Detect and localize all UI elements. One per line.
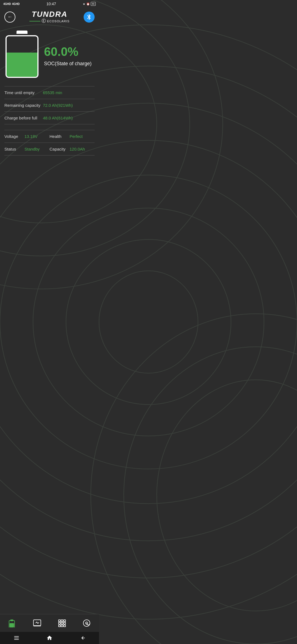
capacity-stat: Capacity 120.0Ah	[50, 147, 95, 151]
voltage-label: Voltage	[4, 134, 22, 139]
charge-before-full-value: 48.0 Ah(614Wh)	[43, 116, 73, 120]
health-label: Health	[50, 134, 67, 139]
status-stat: Status Standby	[4, 147, 50, 151]
time-display: 10:47	[46, 2, 56, 6]
logo-title: TUNDRA	[29, 10, 70, 19]
logo-sub-text: ECOSOLARIS	[47, 20, 70, 23]
bluetooth-button[interactable]	[84, 12, 95, 23]
battery-info: 60.0% SOC(State of charge)	[44, 45, 94, 66]
stats-grid: Voltage 13.18V Health Perfect Status Sta…	[0, 130, 99, 155]
remaining-capacity-row: Remaining capacity 72.0 Ah(921Wh)	[4, 99, 95, 111]
soc-percent: 60.0%	[44, 45, 94, 58]
remaining-capacity-label: Remaining capacity	[4, 103, 43, 108]
time-until-empty-row: Time until empty 65535 min	[4, 86, 95, 99]
voltage-value: 13.18V	[24, 134, 38, 139]
health-stat: Health Perfect	[50, 134, 95, 139]
logo: TUNDRA Ⓔ ECOSOLARIS	[29, 10, 70, 24]
remaining-capacity-value: 72.0 Ah(921Wh)	[43, 103, 73, 108]
app-header: TUNDRA Ⓔ ECOSOLARIS	[0, 8, 99, 28]
signal-2: 4GHD	[12, 2, 20, 6]
time-until-empty-value: 65535 min	[43, 90, 62, 95]
alarm-icon: ⏰	[86, 2, 90, 6]
logo-subtitle: Ⓔ ECOSOLARIS	[29, 18, 70, 24]
bluetooth-status-icon: ★	[83, 2, 85, 6]
charge-before-full-row: Charge before full 48.0 Ah(614Wh)	[4, 111, 95, 124]
battery-icon	[6, 34, 38, 78]
time-until-empty-label: Time until empty	[4, 90, 43, 95]
status-bar: 4GHD 4GHD 10:47 ★ ⏰ 86	[0, 0, 99, 8]
bluetooth-icon	[86, 14, 92, 20]
soc-label: SOC(State of charge)	[44, 61, 94, 67]
logo-line	[29, 21, 40, 21]
status-icons: ★ ⏰ 86	[83, 2, 96, 6]
battery-outer	[6, 35, 38, 78]
battery-fill	[7, 53, 37, 77]
voltage-health-row: Voltage 13.18V Health Perfect	[4, 130, 95, 143]
logo-icon: Ⓔ	[42, 18, 46, 24]
battery-terminal	[16, 31, 28, 34]
battery-indicator: 86	[91, 2, 96, 6]
voltage-stat: Voltage 13.18V	[4, 134, 50, 139]
status-value: Standby	[24, 147, 40, 151]
capacity-value: 120.0Ah	[70, 147, 85, 151]
back-button[interactable]	[4, 12, 15, 23]
signal-1: 4GHD	[3, 2, 11, 6]
battery-section: 60.0% SOC(State of charge)	[0, 28, 99, 86]
charge-before-full-label: Charge before full	[4, 116, 43, 120]
status-capacity-row: Status Standby Capacity 120.0Ah	[4, 143, 95, 155]
status-label: Status	[4, 147, 22, 151]
capacity-label: Capacity	[50, 147, 67, 151]
signal-indicators: 4GHD 4GHD	[3, 2, 20, 6]
data-rows: Time until empty 65535 min Remaining cap…	[0, 86, 99, 124]
health-value: Perfect	[70, 134, 83, 139]
